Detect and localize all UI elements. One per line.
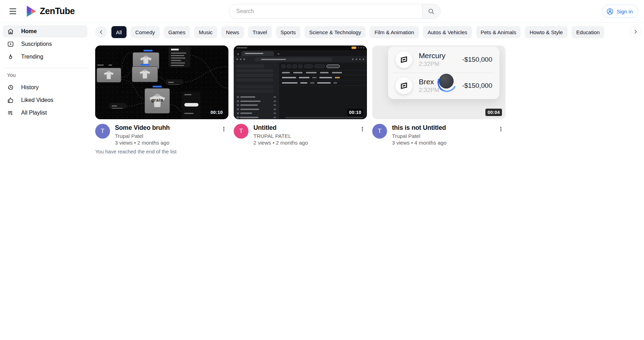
- channel-avatar[interactable]: T: [95, 124, 110, 139]
- video-meta: 3 views • 2 months ago: [115, 140, 170, 146]
- video-menu-button[interactable]: [496, 125, 505, 134]
- kebab-icon: [498, 126, 504, 132]
- loading-spinner: [439, 74, 454, 89]
- sidebar-item-label: Home: [21, 28, 37, 35]
- kebab-icon: [359, 126, 366, 132]
- chip-education[interactable]: Education: [572, 26, 605, 38]
- hoodie-node-center: [132, 66, 158, 82]
- main-content: All Comedy Games Music News Travel Sport…: [90, 23, 644, 340]
- search-icon: [428, 8, 435, 15]
- video-card-3: Mercury 2:32PM -$150,000 Brex: [372, 45, 505, 154]
- os-menubar: [234, 45, 367, 50]
- play-logo-icon: [25, 5, 37, 17]
- video-title[interactable]: Some Video bruhh: [115, 124, 170, 132]
- flag-icon: [395, 77, 412, 94]
- chip-howto-style[interactable]: Howto & Style: [525, 26, 567, 38]
- kebab-icon: [221, 126, 227, 132]
- node-tag: [140, 64, 149, 66]
- browser-tab: [241, 51, 274, 56]
- hoodie-print-text: grain: [151, 97, 163, 103]
- horizontal-scrollbar: [286, 117, 363, 118]
- note-box-right: [166, 79, 183, 85]
- channel-avatar[interactable]: T: [372, 124, 387, 139]
- transaction-name: Mercury: [419, 51, 446, 60]
- db-table-row: [279, 75, 367, 80]
- brand-logo[interactable]: ZenTube: [25, 5, 75, 17]
- brand-name: ZenTube: [40, 6, 75, 16]
- video-info-1: T Some Video bruhh Trupal Patel 3 views …: [95, 124, 228, 146]
- video-thumbnail-1[interactable]: grain 00:10: [95, 45, 228, 119]
- chip-pets-animals[interactable]: Pets & Animals: [476, 26, 521, 38]
- home-icon: [7, 28, 14, 35]
- sidebar-section-you: You: [7, 72, 87, 78]
- video-thumbnail-3[interactable]: Mercury 2:32PM -$150,000 Brex: [372, 45, 505, 119]
- hoodie-node-left: [97, 68, 121, 83]
- flag-icon: [395, 51, 412, 68]
- sidebar-item-label: All Playlist: [21, 110, 47, 116]
- chip-news[interactable]: News: [221, 26, 244, 38]
- db-toolbar: [279, 62, 367, 70]
- search-bar: [229, 4, 441, 19]
- thumbs-up-icon: [7, 97, 14, 104]
- category-chips-row: All Comedy Games Music News Travel Sport…: [95, 26, 644, 38]
- chip-sports[interactable]: Sports: [276, 26, 300, 38]
- chip-all[interactable]: All: [111, 26, 127, 38]
- chip-comedy[interactable]: Comedy: [131, 26, 160, 38]
- top-app-bar: ZenTube Sign in: [0, 0, 644, 23]
- video-info-3: T this is not Untitled Trupal Patel 3 vi…: [372, 124, 505, 146]
- chips-scroll-right-button[interactable]: [630, 26, 641, 37]
- sidebar-item-history[interactable]: History: [3, 81, 87, 93]
- transaction-time: 2:32PM: [419, 61, 446, 68]
- sidebar-item-label: History: [21, 84, 39, 91]
- duration-badge: 00:10: [208, 109, 225, 116]
- channel-avatar[interactable]: T: [234, 124, 249, 139]
- chip-autos-vehicles[interactable]: Autos & Vehicles: [423, 26, 472, 38]
- video-title[interactable]: Untitled: [253, 124, 308, 132]
- node-caption: [97, 65, 112, 67]
- chip-science-technology[interactable]: Science & Technology: [305, 26, 366, 38]
- chip-games[interactable]: Games: [164, 26, 190, 38]
- chip-music[interactable]: Music: [194, 26, 217, 38]
- sidebar-item-label: Suscriptions: [21, 41, 52, 47]
- sidebar-item-label: Liked Videos: [21, 97, 53, 103]
- video-grid: grain 00:10 T Some Video bruhh: [95, 45, 644, 154]
- transaction-amount: -$150,000: [462, 56, 492, 63]
- video-info-2: T Untitled TRUPAL PATEL 2 views • 2 mont…: [234, 124, 367, 146]
- menu-icon[interactable]: [6, 4, 20, 18]
- sidebar-item-trending[interactable]: Trending: [3, 51, 87, 63]
- channel-name[interactable]: TRUPAL PATEL: [253, 133, 308, 139]
- sidebar-item-liked-videos[interactable]: Liked Videos: [3, 94, 87, 106]
- sidebar-item-all-playlist[interactable]: All Playlist: [3, 107, 87, 119]
- flame-icon: [7, 53, 14, 60]
- chip-travel[interactable]: Travel: [248, 26, 272, 38]
- transaction-amount: -$150,000: [462, 82, 492, 90]
- video-menu-button[interactable]: [219, 125, 228, 134]
- video-card-1: grain 00:10 T Some Video bruhh: [95, 45, 228, 154]
- note-box-left: [109, 103, 126, 109]
- chip-film-animation[interactable]: Film & Animation: [370, 26, 419, 38]
- video-thumbnail-2[interactable]: 00:10: [234, 45, 367, 119]
- browser-tab-bar: [234, 50, 367, 56]
- db-table-header: [279, 70, 367, 75]
- chips-scroll-left-button[interactable]: [95, 26, 107, 38]
- recording-indicator: [351, 47, 356, 49]
- sign-in-button[interactable]: Sign in: [602, 5, 638, 18]
- channel-name[interactable]: Trupal Patel: [392, 133, 447, 139]
- db-table-row: [279, 80, 367, 86]
- search-button[interactable]: [422, 4, 440, 18]
- video-meta: 2 views • 2 months ago: [253, 140, 308, 146]
- video-menu-button[interactable]: [358, 125, 367, 134]
- sidebar-item-home[interactable]: Home: [3, 25, 87, 37]
- end-of-list-message: You have reached the end of the list: [95, 149, 228, 154]
- sidebar-item-label: Trending: [21, 54, 43, 60]
- video-title[interactable]: this is not Untitled: [392, 124, 447, 132]
- video-card-2: 00:10 T Untitled TRUPAL PATEL 2 views • …: [234, 45, 367, 154]
- channel-name[interactable]: Trupal Patel: [115, 133, 170, 139]
- hoodie-node-bottom: grain: [145, 88, 170, 114]
- browser-url-bar: [234, 56, 367, 62]
- sidebar: Home Suscriptions Trending You: [0, 23, 90, 340]
- sidebar-item-suscriptions[interactable]: Suscriptions: [3, 38, 87, 50]
- search-input[interactable]: [229, 4, 422, 18]
- duration-badge: 00:10: [347, 109, 363, 116]
- sign-in-label: Sign in: [617, 8, 633, 14]
